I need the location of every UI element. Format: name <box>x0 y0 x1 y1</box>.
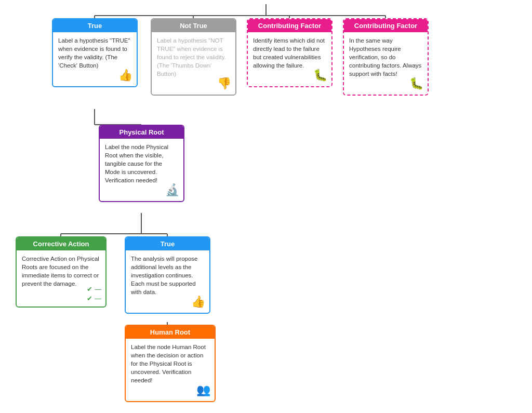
card-not-true: Not True Label a hypothesis "NOT TRUE" w… <box>151 18 236 96</box>
card-human-root-body: Label the node Human Root when the decis… <box>126 339 215 401</box>
card-not-true-header: Not True <box>152 19 235 32</box>
card-corrective-action: Corrective Action Corrective Action on P… <box>16 236 107 308</box>
card-contrib-2: Contributing Factor In the same way Hypo… <box>343 18 429 96</box>
card-human-root: Human Root Label the node Human Root whe… <box>125 325 216 402</box>
card-contrib-2-header: Contributing Factor <box>344 19 428 32</box>
thumbs-up-icon-2: 👍 <box>191 294 205 310</box>
checkmark-icon: ✔ —✔ — <box>87 285 101 303</box>
card-corrective-action-header: Corrective Action <box>17 237 105 250</box>
diagram-container: True Label a hypothesis "TRUE" when evid… <box>0 0 532 413</box>
card-true-2-body: The analysis will propose additional lev… <box>126 250 209 313</box>
card-true-2-header: True <box>126 237 209 250</box>
card-contrib-1-header: Contributing Factor <box>248 19 331 32</box>
card-corrective-action-body: Corrective Action on Physical Roots are … <box>17 250 105 307</box>
card-true-1: True Label a hypothesis "TRUE" when evid… <box>52 18 138 87</box>
card-contrib-2-body: In the same way Hypotheses require verif… <box>344 32 428 95</box>
people-icon: 👥 <box>196 382 210 398</box>
card-true-2: True The analysis will propose additiona… <box>125 236 210 314</box>
thumbs-down-icon: 👎 <box>217 76 231 92</box>
card-physical-root-header: Physical Root <box>100 126 183 139</box>
thumbs-up-icon-1: 👍 <box>118 68 132 84</box>
bug-icon-1: 🐛 <box>313 68 327 84</box>
card-physical-root-body: Label the node Physical Root when the vi… <box>100 139 183 201</box>
card-not-true-body: Label a hypothesis "NOT TRUE" when evide… <box>152 32 235 95</box>
flask-icon: 🔬 <box>165 182 179 198</box>
card-contrib-1-body: Identify items which did not directly le… <box>248 32 331 86</box>
card-human-root-header: Human Root <box>126 326 215 339</box>
card-true-1-header: True <box>53 19 137 32</box>
card-true-1-body: Label a hypothesis "TRUE" when evidence … <box>53 32 137 86</box>
card-physical-root: Physical Root Label the node Physical Ro… <box>99 125 184 202</box>
bug-icon-2: 🐛 <box>409 76 423 92</box>
card-contrib-1: Contributing Factor Identify items which… <box>247 18 332 87</box>
